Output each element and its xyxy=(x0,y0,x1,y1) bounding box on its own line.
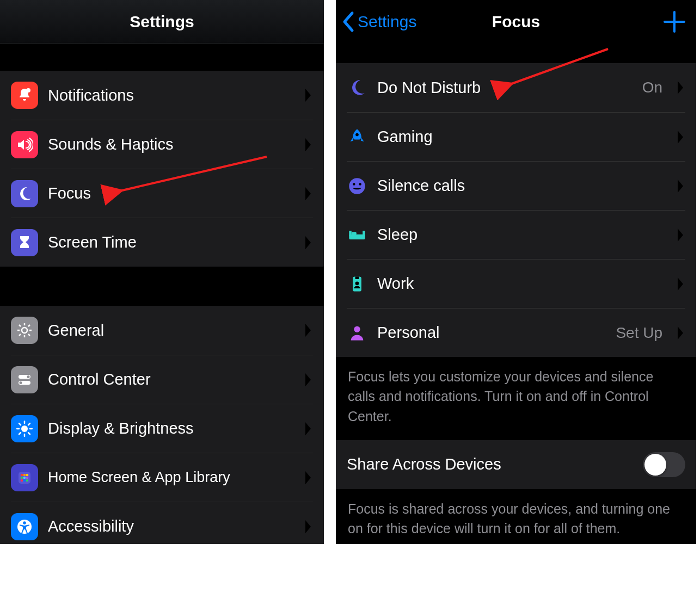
plus-icon xyxy=(662,10,686,34)
focus-screen: Settings Focus Do Not Disturb On Gam xyxy=(336,0,696,544)
row-notifications[interactable]: Notifications xyxy=(0,71,324,120)
row-label: General xyxy=(48,322,294,340)
moon-icon xyxy=(11,180,38,207)
chevron-right-icon xyxy=(304,519,313,534)
settings-title: Settings xyxy=(130,13,194,31)
chevron-right-icon xyxy=(304,372,313,387)
chevron-right-icon xyxy=(304,323,313,338)
row-label: Sounds & Haptics xyxy=(48,135,294,153)
focus-label: Gaming xyxy=(377,128,667,146)
focus-footer-description: Focus lets you customize your devices an… xyxy=(336,357,696,440)
settings-group-2: General Control Center Display & Brightn… xyxy=(0,306,324,544)
chevron-right-icon xyxy=(677,227,685,243)
back-button[interactable]: Settings xyxy=(342,0,416,44)
chevron-right-icon xyxy=(304,88,313,103)
focus-label: Personal xyxy=(377,324,606,342)
row-accessibility[interactable]: Accessibility xyxy=(0,502,324,544)
settings-screen: Settings Notifications Sounds & Haptics xyxy=(0,0,324,544)
row-label: Control Center xyxy=(48,371,294,388)
chevron-right-icon xyxy=(304,470,313,485)
row-general[interactable]: General xyxy=(0,306,324,355)
focus-label: Sleep xyxy=(377,226,667,244)
row-label: Home Screen & App Library xyxy=(48,469,294,486)
row-control-center[interactable]: Control Center xyxy=(0,355,324,404)
grid-icon xyxy=(11,464,38,491)
focus-do-not-disturb[interactable]: Do Not Disturb On xyxy=(336,63,696,112)
hourglass-icon xyxy=(11,229,38,256)
row-label: Screen Time xyxy=(48,233,294,251)
focus-list: Do Not Disturb On Gaming Silence calls xyxy=(336,63,696,357)
row-display-brightness[interactable]: Display & Brightness xyxy=(0,404,324,453)
back-label: Settings xyxy=(358,13,416,31)
person-icon xyxy=(347,323,367,343)
chevron-right-icon xyxy=(677,130,685,145)
focus-label: Do Not Disturb xyxy=(377,79,633,97)
settings-group-1: Notifications Sounds & Haptics Focus xyxy=(0,71,324,267)
focus-personal[interactable]: Personal Set Up xyxy=(336,308,696,357)
chevron-right-icon xyxy=(304,421,313,436)
row-home-screen[interactable]: Home Screen & App Library xyxy=(0,453,324,502)
smile-icon xyxy=(347,176,367,196)
share-across-devices-toggle[interactable] xyxy=(643,452,685,477)
chevron-right-icon xyxy=(304,186,313,201)
bed-icon xyxy=(347,225,367,245)
add-focus-button[interactable] xyxy=(662,0,686,44)
toggles-icon xyxy=(11,366,38,393)
focus-label: Silence calls xyxy=(377,177,667,195)
chevron-right-icon xyxy=(304,235,313,250)
section-spacer xyxy=(336,44,696,63)
speaker-icon xyxy=(11,131,38,158)
moon-icon xyxy=(347,77,367,98)
chevron-right-icon xyxy=(677,276,685,292)
row-focus[interactable]: Focus xyxy=(0,169,324,218)
focus-title: Focus xyxy=(492,13,540,31)
row-label: Accessibility xyxy=(48,517,294,535)
share-section: Share Across Devices xyxy=(336,440,696,489)
chevron-right-icon xyxy=(677,178,685,194)
focus-navbar: Settings Focus xyxy=(336,0,696,44)
section-spacer xyxy=(0,267,324,306)
share-across-devices-row: Share Across Devices xyxy=(336,440,696,489)
chevron-right-icon xyxy=(304,137,313,152)
focus-gaming[interactable]: Gaming xyxy=(336,112,696,161)
badge-icon xyxy=(347,274,367,294)
accessibility-icon xyxy=(11,513,38,540)
settings-navbar: Settings xyxy=(0,0,324,44)
chevron-right-icon xyxy=(677,80,685,95)
share-footer-description: Focus is shared across your devices, and… xyxy=(336,489,696,544)
chevron-left-icon xyxy=(342,11,355,33)
row-label: Focus xyxy=(48,184,294,202)
focus-sleep[interactable]: Sleep xyxy=(336,210,696,259)
focus-status: On xyxy=(642,79,662,96)
focus-label: Work xyxy=(377,275,667,293)
share-label: Share Across Devices xyxy=(347,455,633,473)
bell-icon xyxy=(11,82,38,109)
row-label: Display & Brightness xyxy=(48,420,294,437)
row-sounds-haptics[interactable]: Sounds & Haptics xyxy=(0,120,324,169)
row-screen-time[interactable]: Screen Time xyxy=(0,218,324,267)
sun-icon xyxy=(11,415,38,442)
gear-icon xyxy=(11,317,38,344)
focus-status: Set Up xyxy=(616,324,662,342)
section-spacer xyxy=(0,44,324,71)
focus-silence-calls[interactable]: Silence calls xyxy=(336,161,696,210)
rocket-icon xyxy=(347,127,367,147)
chevron-right-icon xyxy=(677,325,685,341)
focus-work[interactable]: Work xyxy=(336,259,696,308)
row-label: Notifications xyxy=(48,87,294,104)
